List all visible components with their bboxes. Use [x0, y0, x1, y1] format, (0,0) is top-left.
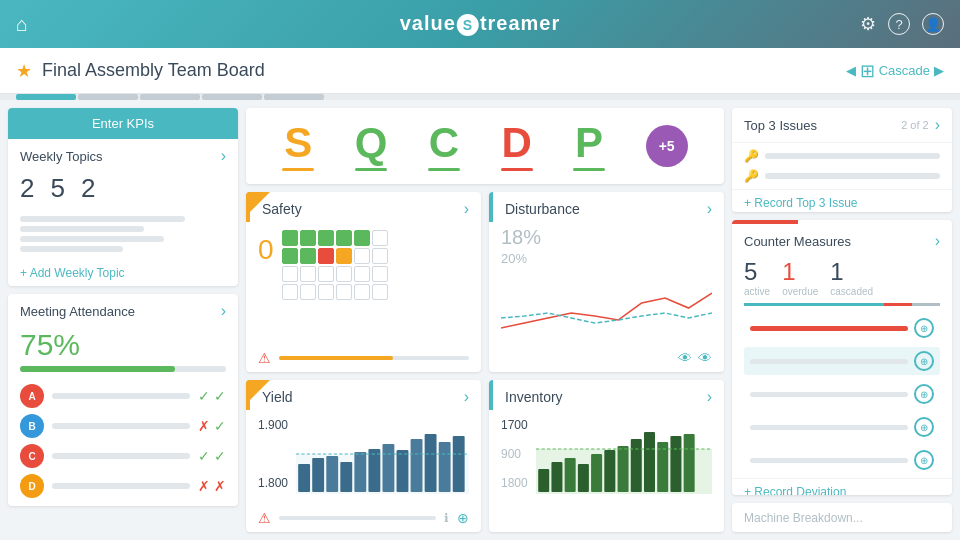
add-weekly-topic-link[interactable]: + Add Weekly Topic	[8, 260, 238, 286]
sqcdp-p[interactable]: P	[573, 122, 605, 171]
tab-5[interactable]	[264, 94, 324, 100]
safety-inner: 0	[258, 226, 469, 300]
weekly-topics-arrow[interactable]: ›	[221, 147, 226, 165]
home-icon[interactable]: ⌂	[16, 13, 28, 36]
checks-1: ✓ ✓	[198, 388, 226, 404]
board-title: Final Assembly Team Board	[42, 60, 846, 81]
cascade-button[interactable]: ◀ ⊞ Cascade ▶	[846, 60, 944, 82]
left-panel: Enter KPIs Weekly Topics › 2 5 2 + Add W…	[8, 108, 238, 532]
alert-icon: ⚠	[258, 350, 271, 366]
svg-rect-10	[425, 434, 437, 492]
inventory-card: Inventory › 1700 900 1800	[489, 380, 724, 532]
sqcdp-q[interactable]: Q	[355, 122, 388, 171]
globe-icon-1: ⊕	[914, 318, 934, 338]
disturbance-chart	[501, 268, 712, 338]
logo-s: S	[457, 14, 479, 36]
kpi-card: Enter KPIs Weekly Topics › 2 5 2 + Add W…	[8, 108, 238, 286]
top3-count: 2 of 2	[901, 119, 929, 131]
sg-3	[318, 230, 334, 246]
record-deviation-link[interactable]: + Record Deviation	[732, 478, 952, 495]
attendance-bar-fill	[20, 366, 175, 372]
header-icons: ⚙ ? 👤	[860, 13, 944, 35]
svg-rect-2	[312, 458, 324, 492]
yield-alert-icon: ⚠	[258, 510, 271, 526]
underline-q	[355, 168, 387, 171]
alert-fill	[279, 356, 393, 360]
top3-title: Top 3 Issues	[744, 118, 817, 133]
cascade-tree-icon: ⊞	[860, 60, 875, 82]
eye-icon-2[interactable]: 👁	[698, 350, 712, 366]
sqcdp-d[interactable]: D	[501, 122, 533, 171]
counter-row-bar-1	[750, 326, 908, 331]
bar-4	[20, 246, 123, 252]
svg-rect-4	[340, 462, 352, 492]
counter-nums: 5 active 1 overdue 1 cascaded	[732, 254, 952, 303]
eye-icon-1[interactable]: 👁	[678, 350, 692, 366]
svg-rect-16	[551, 462, 562, 492]
counter-overdue-num: 1	[782, 258, 795, 285]
counter-overdue-label: overdue	[782, 286, 818, 297]
issue-icon-1: 🔑	[744, 149, 759, 163]
main-content: Enter KPIs Weekly Topics › 2 5 2 + Add W…	[0, 100, 960, 540]
counter-arrow[interactable]: ›	[935, 232, 940, 250]
meeting-attendance-section: Meeting Attendance ›	[8, 294, 238, 324]
sg-14	[300, 266, 316, 282]
yield-val1: 1.900	[258, 418, 288, 432]
help-icon[interactable]: ?	[888, 13, 910, 35]
gear-icon[interactable]: ⚙	[860, 13, 876, 35]
checks-2: ✗ ✓	[198, 418, 226, 434]
center-panel: S Q C D P +5	[246, 108, 724, 532]
yield-val2: 1.800	[258, 476, 288, 490]
app-header: ⌂ valueStreamer ⚙ ? 👤	[0, 0, 960, 48]
underline-c	[428, 168, 460, 171]
weekly-topics-label: Weekly Topics	[20, 149, 103, 164]
tab-2[interactable]	[78, 94, 138, 100]
sqcdp-c[interactable]: C	[428, 122, 460, 171]
inventory-content: 1700 900 1800	[489, 410, 724, 518]
counter-row-bar-4	[750, 425, 908, 430]
top3-header: Top 3 Issues 2 of 2 ›	[732, 108, 952, 143]
svg-rect-19	[591, 454, 602, 492]
safety-arrow[interactable]: ›	[464, 200, 469, 218]
sqcdp-plus[interactable]: +5	[646, 125, 688, 167]
meeting-attendance-arrow[interactable]: ›	[221, 302, 226, 320]
user-icon[interactable]: 👤	[922, 13, 944, 35]
weekly-topics-section: Weekly Topics ›	[8, 139, 238, 169]
weekly-num-1: 2	[20, 173, 34, 204]
top3-issues-card: Top 3 Issues 2 of 2 › 🔑 🔑 + Record Top 3…	[732, 108, 952, 212]
svg-rect-22	[630, 439, 641, 492]
record-top3-link[interactable]: + Record Top 3 Issue	[732, 189, 952, 212]
counter-item-4: ⊕	[744, 413, 940, 441]
attendee-row-1: A ✓ ✓	[20, 384, 226, 408]
plus-circle-icon[interactable]: ⊕	[457, 510, 469, 526]
counter-bar-active	[744, 303, 884, 306]
tab-4[interactable]	[202, 94, 262, 100]
enter-kpis-button[interactable]: Enter KPIs	[8, 108, 238, 139]
check-1b: ✓	[214, 388, 226, 404]
globe-icon-2: ⊕	[914, 351, 934, 371]
inventory-title: Inventory	[505, 389, 563, 405]
sqcdp-s[interactable]: S	[282, 122, 314, 171]
sg-13	[282, 266, 298, 282]
counter-row-bar-2	[750, 359, 908, 364]
sg-12	[372, 248, 388, 264]
top3-arrow[interactable]: ›	[935, 116, 940, 134]
tab-3[interactable]	[140, 94, 200, 100]
counter-measures-card: Counter Measures › 5 active 1 overdue 1 …	[732, 220, 952, 495]
disturbance-arrow[interactable]: ›	[707, 200, 712, 218]
sg-2	[300, 230, 316, 246]
bar-3	[20, 236, 164, 242]
safety-grid	[282, 230, 388, 300]
issue-bar-1	[765, 153, 940, 159]
issue-rows: 🔑 🔑	[732, 143, 952, 189]
yield-alert-bar: ⚠ ℹ ⊕	[246, 506, 481, 532]
right-panel: Top 3 Issues 2 of 2 › 🔑 🔑 + Record Top 3…	[732, 108, 952, 532]
machine-breakdown-header: Machine Breakdown...	[732, 503, 952, 532]
yield-arrow[interactable]: ›	[464, 388, 469, 406]
letter-s: S	[284, 122, 312, 164]
tab-1[interactable]	[16, 94, 76, 100]
sg-20	[300, 284, 316, 300]
inventory-arrow[interactable]: ›	[707, 388, 712, 406]
app-logo: valueStreamer	[400, 12, 561, 36]
svg-rect-21	[617, 446, 628, 492]
